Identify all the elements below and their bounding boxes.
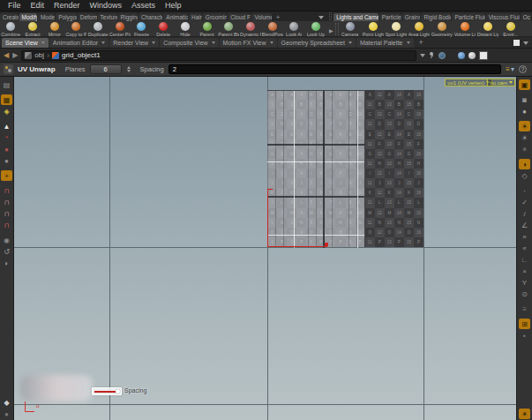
menu-windows[interactable]: Windows [90, 1, 123, 10]
shading-mode-icon[interactable]: ◑ [519, 159, 530, 169]
node-preview-icon[interactable] [468, 52, 476, 59]
link-icon[interactable] [438, 52, 446, 59]
memory-icon[interactable]: ● [1, 409, 12, 419]
snap-edge-icon[interactable]: U [1, 208, 12, 219]
prim-numbers-icon[interactable]: « [519, 243, 530, 253]
lock-camera-icon[interactable]: ◙ [519, 94, 530, 105]
breadcrumb[interactable]: obj › grid_object1 [21, 50, 416, 61]
select-tool-icon[interactable]: ▲ [1, 121, 12, 131]
shelf-tab-volume[interactable]: Volume [251, 13, 271, 21]
shelf-tool-combine[interactable]: Combine [0, 21, 22, 37]
shelf-tab-deform[interactable]: Deform [78, 13, 97, 21]
point-numbers-icon[interactable]: » [519, 231, 530, 242]
menu-render[interactable]: Render [54, 1, 80, 10]
menu-file[interactable]: File [8, 1, 21, 10]
shelf-tool-parent[interactable]: Parent [196, 21, 218, 37]
shelf-tool-delete[interactable]: Delete [153, 21, 175, 37]
planes-value-field[interactable]: 6 [90, 64, 122, 74]
shelf-tool-camera[interactable]: Camera [339, 21, 362, 37]
shelf-tab-grooming[interactable]: Grooming [203, 13, 227, 21]
tab-motion-fx-view[interactable]: Motion FX View [220, 38, 277, 48]
shelf-tab-oc[interactable]: Oc [521, 13, 531, 21]
menu-assets[interactable]: Assets [131, 1, 155, 10]
menu-help[interactable]: Help [165, 1, 182, 10]
shelf-tool-parent-blend[interactable]: Parent Blend [218, 21, 240, 37]
pan-tool-icon[interactable]: ◗ [1, 258, 12, 268]
select-edges-icon[interactable]: ● [1, 144, 12, 154]
shelf-tool-look-up[interactable]: Look Up [305, 21, 327, 37]
tab-geometry-spreadsheet[interactable]: Geometry Spreadsheet [278, 38, 356, 48]
corner-axis-icon[interactable]: ∟ [519, 254, 530, 265]
select-points-icon[interactable]: * [1, 132, 12, 143]
sort-icon[interactable]: ≡ [506, 66, 514, 73]
path-dropdown-icon[interactable] [420, 54, 425, 57]
pane-color-swatch[interactable] [513, 40, 520, 46]
shelf-tab-rigging[interactable]: Rigging [118, 13, 138, 21]
shelf-tool-envir[interactable]: Envir... [499, 21, 522, 37]
normal-lighting-icon[interactable]: ☀ [519, 132, 530, 143]
handles-tool-icon[interactable]: + [1, 170, 12, 181]
shelf-tool-mirror[interactable]: Mirror [43, 21, 65, 37]
shelf-tool-duplicate[interactable]: Duplicate [87, 21, 109, 37]
spacing-slider-handle[interactable] [116, 389, 120, 394]
orbit-tool-icon[interactable]: ↺ [1, 246, 12, 257]
menu-edit[interactable]: Edit [31, 1, 45, 10]
shelf-tool-copy-to-poi[interactable]: Copy to Poi... [65, 21, 87, 37]
shelf-tool-hide[interactable]: Hide [175, 21, 197, 37]
shelf-tab-particle-fluids[interactable]: Particle Fluids [452, 13, 484, 21]
points-display-icon[interactable]: · [519, 185, 530, 196]
shelf-tab-hair[interactable]: Hair [189, 13, 202, 21]
stepper-up-icon[interactable] [127, 66, 131, 69]
vertex-markers-icon[interactable]: ✓ [519, 197, 530, 207]
headlight-icon[interactable]: ☀ [519, 121, 530, 131]
shelf-tool-center-pivot[interactable]: Center Pivot [109, 21, 131, 37]
shelf-tool-point-light[interactable]: Point Light [362, 21, 385, 37]
shelf-tool-volume-light[interactable]: Volume Light [453, 21, 476, 37]
layout-tool-icon[interactable]: ▤ [1, 79, 12, 90]
uv-display-icon[interactable]: ▦ [1, 94, 12, 105]
tab-animation-editor[interactable]: Animation Editor [49, 38, 109, 48]
shelf-tool-distant-light[interactable]: Distant Light [476, 21, 499, 37]
perf-monitor-icon[interactable]: ◆ [1, 397, 12, 408]
shelf-tab-modify[interactable]: Modify [19, 13, 37, 21]
shelf-overflow-icon[interactable] [318, 16, 324, 19]
display-color-swatch[interactable] [479, 51, 488, 60]
shelf-tool-area-light[interactable]: Area Light [408, 21, 431, 37]
shelf-tab-texture[interactable]: Texture [98, 13, 117, 21]
shelf-scroll-icon[interactable]: ▶ [329, 27, 333, 34]
hq-lighting-icon[interactable]: ☀ [519, 144, 530, 154]
shelf-tool-blendpose[interactable]: BlendPose [261, 21, 283, 37]
select-prims-icon[interactable]: ● [1, 155, 12, 166]
sphere-preview-icon[interactable]: ● [519, 106, 530, 116]
shelf-tab-particles[interactable]: Particles [379, 13, 401, 21]
spacing-slider[interactable] [92, 387, 122, 395]
group-list-icon[interactable]: ⊞ [519, 319, 530, 329]
shelf-tab-cloud-fx[interactable]: Cloud FX [228, 13, 251, 21]
breadcrumb-node[interactable]: grid_object1 [62, 51, 101, 59]
shelf-tool-geometry-l[interactable]: Geometry L... [431, 21, 453, 37]
shelf-tab-character[interactable]: Character [139, 13, 162, 21]
camera-select[interactable]: no cam [487, 79, 515, 86]
shelf-tab-create[interactable]: Create [0, 13, 19, 21]
tab-material-palette[interactable]: Material Palette [356, 38, 414, 48]
breadcrumb-root[interactable]: obj [34, 51, 44, 59]
tab-scene-view[interactable]: Scene View [2, 38, 49, 48]
crossing-icon[interactable]: × [519, 266, 530, 276]
attribute-select[interactable]: uv1 (UV vertex) [445, 79, 492, 86]
snap-prim-icon[interactable]: U [1, 220, 12, 230]
planes-stepper[interactable] [127, 66, 131, 72]
shelf-tool-look-at[interactable]: Look At [283, 21, 305, 37]
uv-viewport-canvas[interactable]: A2A4A6A8A10A12A14A161B3B5B7B9B11B13B15BC… [14, 77, 516, 420]
spacing-value-field[interactable]: 2 [169, 64, 502, 74]
pin-icon[interactable] [429, 52, 435, 58]
add-shelf-tab-button[interactable]: + [273, 13, 284, 21]
shelf-tool-freeze[interactable]: Freeze [131, 21, 153, 37]
tab-render-view[interactable]: Render View [109, 38, 159, 48]
nav-forward-icon[interactable]: ▶ [12, 51, 18, 60]
angle-display-icon[interactable]: ∠ [519, 220, 530, 230]
visualizer-icon[interactable]: ▪ [519, 330, 530, 341]
shelf-tab-viscous-fluids[interactable]: Viscous Fluids [486, 13, 520, 21]
snap-point-icon[interactable]: U [1, 197, 12, 207]
shelf-tab-model[interactable]: Model [38, 13, 55, 21]
shelf-tab-rigid-bodies[interactable]: Rigid Bodies [421, 13, 451, 21]
